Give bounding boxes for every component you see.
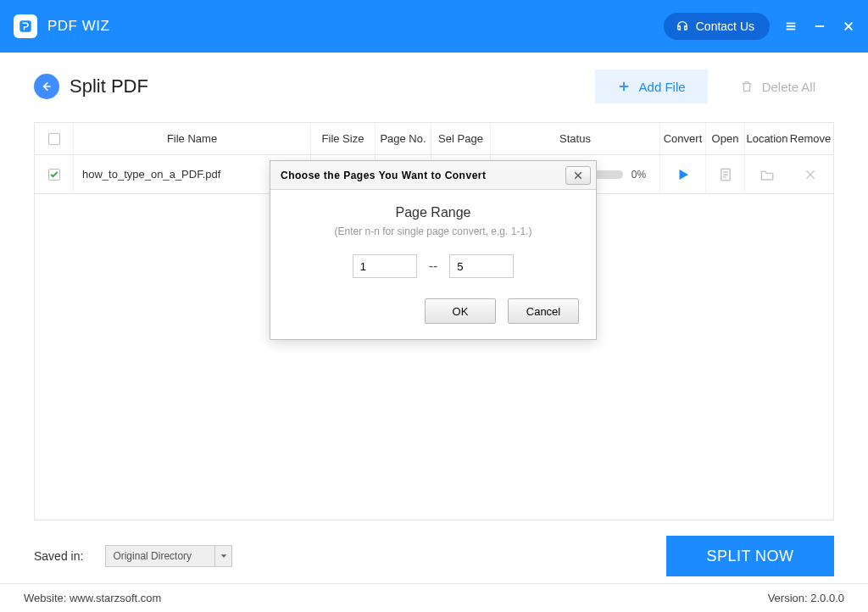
row-checkbox[interactable]	[48, 169, 60, 181]
open-button[interactable]	[706, 155, 745, 193]
minimize-icon	[814, 19, 826, 33]
row-checkbox-cell	[35, 155, 74, 193]
dialog-button-row: OK Cancel	[287, 298, 579, 324]
add-file-button[interactable]: Add File	[595, 70, 708, 103]
header-filename: File Name	[74, 123, 311, 154]
progress-percent: 0%	[632, 169, 646, 181]
folder-icon	[760, 167, 775, 182]
page-range-dialog: Choose the Pages You Want to Convert Pag…	[270, 160, 597, 340]
app-title: PDF WIZ	[47, 18, 109, 35]
header-row: Split PDF Add File Delete All	[34, 70, 834, 103]
header-convert: Convert	[660, 123, 706, 154]
saved-in-select[interactable]: Original Directory	[105, 545, 232, 567]
remove-button[interactable]	[789, 155, 832, 193]
header-location: Location	[745, 123, 789, 154]
plus-icon	[617, 80, 631, 93]
footer-row: Saved in: Original Directory SPLIT NOW	[34, 520, 834, 587]
arrow-left-icon	[40, 80, 53, 93]
location-button[interactable]	[745, 155, 789, 193]
add-file-label: Add File	[639, 80, 686, 94]
dialog-body: Page Range (Enter n-n for single page co…	[270, 190, 596, 339]
play-icon	[676, 167, 691, 182]
trash-icon	[740, 80, 754, 93]
file-icon	[718, 167, 733, 182]
select-chevron	[214, 546, 231, 566]
close-icon	[843, 19, 854, 33]
header-checkbox-cell	[35, 123, 74, 154]
header-status: Status	[491, 123, 660, 154]
contact-us-label: Contact Us	[696, 19, 754, 33]
close-icon	[573, 170, 583, 181]
page-body: Split PDF Add File Delete All File Name …	[0, 53, 868, 587]
delete-all-label: Delete All	[762, 80, 815, 94]
minimize-button[interactable]	[814, 20, 826, 32]
dialog-title: Choose the Pages You Want to Convert	[281, 170, 486, 181]
dialog-cancel-button[interactable]: Cancel	[508, 298, 579, 324]
table-header: File Name File Size Page No. Sel Page St…	[35, 123, 833, 155]
contact-us-button[interactable]: Contact Us	[664, 13, 770, 40]
dialog-titlebar: Choose the Pages You Want to Convert	[270, 161, 596, 190]
dialog-heading: Page Range	[287, 205, 579, 220]
saved-in-value: Original Directory	[113, 550, 192, 562]
page-from-input[interactable]	[353, 254, 417, 278]
menu-button[interactable]	[785, 20, 797, 32]
header-selpage: Sel Page	[431, 123, 491, 154]
bottom-strip: Website: www.starzsoft.com Version: 2.0.…	[0, 583, 868, 612]
headset-icon	[676, 19, 689, 33]
header-open: Open	[706, 123, 745, 154]
delete-all-button[interactable]: Delete All	[721, 70, 834, 103]
dialog-close-button[interactable]	[565, 166, 591, 185]
split-now-button[interactable]: SPLIT NOW	[666, 536, 834, 576]
titlebar: PDF WIZ Contact Us	[0, 0, 868, 53]
page-title: Split PDF	[70, 75, 148, 97]
app-logo	[14, 14, 37, 38]
range-separator: --	[429, 259, 438, 274]
dialog-ok-button[interactable]: OK	[425, 298, 496, 324]
file-table: File Name File Size Page No. Sel Page St…	[34, 122, 834, 520]
select-all-checkbox[interactable]	[48, 133, 60, 145]
page-range-row: --	[287, 254, 579, 278]
convert-button[interactable]	[660, 155, 706, 193]
saved-in-label: Saved in:	[34, 549, 83, 563]
chevron-down-icon	[220, 552, 228, 560]
header-filesize: File Size	[311, 123, 376, 154]
page-to-input[interactable]	[449, 254, 514, 278]
x-icon	[804, 168, 817, 181]
window-controls	[785, 20, 854, 32]
dialog-hint: (Enter n-n for single page convert, e.g.…	[287, 225, 579, 237]
app-logo-icon	[18, 19, 33, 34]
close-button[interactable]	[843, 20, 854, 32]
header-remove: Remove	[789, 123, 832, 154]
version-label: Version: 2.0.0.0	[768, 592, 844, 604]
website-label: Website: www.starzsoft.com	[24, 592, 161, 604]
header-pageno: Page No.	[376, 123, 431, 154]
check-icon	[49, 170, 59, 180]
menu-icon	[785, 19, 797, 33]
back-button[interactable]	[34, 74, 59, 99]
